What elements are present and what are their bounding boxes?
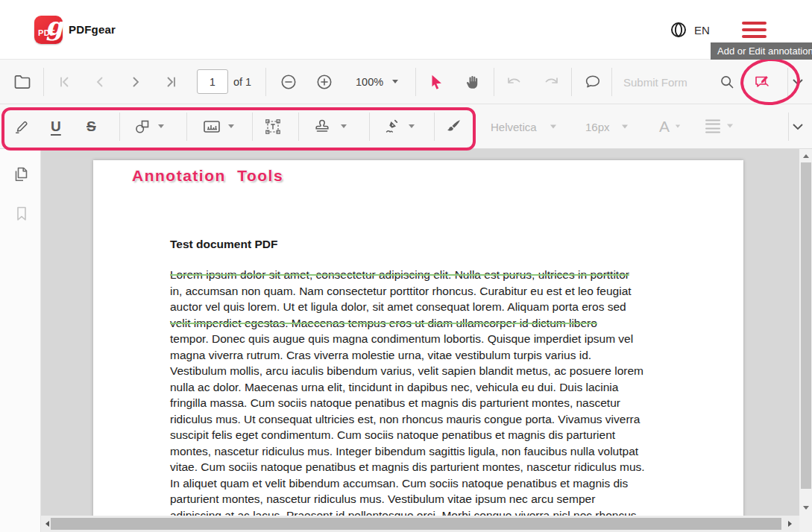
edit-annotation-icon — [753, 73, 771, 91]
zoom-in-icon — [315, 73, 333, 91]
chevron-down-icon — [158, 124, 164, 128]
formatbar-collapse-button[interactable] — [792, 123, 804, 130]
pdfgear-window: PDF g PDFgear EN Add or Edit annotations — [0, 0, 812, 532]
next-page-button[interactable] — [128, 75, 143, 89]
folder-icon — [13, 74, 31, 90]
strikethrough-annotation-button[interactable]: S — [86, 118, 96, 135]
signature-pen-icon — [382, 118, 400, 136]
app-title: PDFgear — [69, 23, 116, 36]
document-line: suscipit felis eget condimentum. Cum soc… — [170, 427, 692, 443]
font-size-value: 16px — [585, 120, 610, 133]
scrollbar-corner — [799, 516, 812, 532]
divider — [298, 113, 299, 141]
divider — [186, 113, 187, 141]
horizontal-scrollbar-thumb[interactable] — [51, 518, 781, 530]
signature-tool-button[interactable] — [382, 118, 415, 136]
page-thumbnails-button[interactable] — [13, 165, 29, 183]
redo-icon — [542, 75, 560, 89]
brush-tool-button[interactable] — [444, 118, 462, 136]
search-button[interactable] — [719, 74, 735, 90]
document-line: Lorem ipsum dolor sit amet, consectetur … — [170, 267, 692, 283]
open-file-button[interactable] — [13, 74, 31, 90]
image-tool-button[interactable] — [202, 118, 234, 135]
document-viewport: Annotation Tools Test document PDF Lorem… — [41, 149, 799, 516]
submit-form-button[interactable]: Submit Form — [623, 75, 687, 88]
undo-button[interactable] — [506, 75, 523, 89]
font-color-icon: A — [659, 118, 670, 136]
page-number-input[interactable] — [197, 69, 228, 94]
scroll-up-button[interactable] — [799, 151, 812, 161]
divider — [369, 113, 370, 141]
zoom-out-button[interactable] — [280, 73, 298, 91]
chevron-down-icon — [727, 124, 733, 128]
last-page-button[interactable] — [164, 75, 179, 89]
vertical-scrollbar — [799, 149, 812, 516]
document-line: auctor vel quis lorem. Ut et ligula dolo… — [170, 299, 692, 315]
shapes-icon — [133, 118, 151, 136]
comment-bubble-icon — [584, 73, 602, 91]
divider — [571, 68, 572, 96]
shapes-tool-button[interactable] — [133, 118, 164, 136]
chevron-down-icon — [792, 78, 804, 86]
chevron-down-icon — [550, 124, 556, 128]
pen-icon — [13, 118, 30, 135]
font-family-dropdown[interactable]: Helvetica — [491, 120, 556, 133]
document-line: adipiscing at ac lacus. Praesent id pell… — [170, 507, 692, 516]
underline-annotation-button[interactable]: U — [51, 118, 61, 135]
text-box-icon — [264, 118, 282, 136]
language-selector[interactable]: EN — [694, 24, 710, 37]
triangle-right-icon — [788, 521, 792, 527]
comment-tool-button[interactable] — [584, 73, 602, 91]
left-sidebar — [0, 149, 41, 532]
undo-icon — [506, 75, 523, 89]
previous-page-button[interactable] — [92, 75, 107, 89]
hand-tool-button[interactable] — [465, 74, 481, 90]
document-line: ridiculus mus. Ut consequat ultricies es… — [170, 411, 692, 428]
font-size-dropdown[interactable]: 16px — [585, 120, 628, 133]
pdfgear-logo: PDF g — [34, 16, 63, 44]
vertical-scrollbar-thumb[interactable] — [801, 162, 811, 489]
zoom-level-dropdown[interactable]: 100% — [356, 76, 398, 88]
chevron-down-icon — [341, 124, 347, 128]
pen-annotation-button[interactable] — [13, 118, 30, 135]
document-heading: Test document PDF — [170, 238, 277, 251]
scroll-right-button[interactable] — [785, 516, 794, 532]
last-page-icon — [164, 75, 179, 89]
select-tool-button[interactable] — [428, 74, 444, 90]
text-box-tool-button[interactable] — [264, 118, 282, 136]
chevron-right-icon — [128, 75, 143, 89]
bookmarks-button[interactable] — [14, 205, 29, 223]
annotation-mode-button[interactable] — [753, 73, 771, 91]
stamp-icon — [313, 118, 331, 136]
document-line: vitae. Cum sociis natoque penatibus et m… — [170, 459, 692, 475]
main-menu-button[interactable] — [742, 22, 767, 38]
divider — [494, 68, 494, 96]
redo-button[interactable] — [542, 75, 560, 89]
text-align-dropdown[interactable] — [705, 119, 733, 133]
document-line: velit imperdiet egestas. Maecenas tempus… — [170, 315, 692, 332]
triangle-up-icon — [803, 154, 809, 158]
divider — [788, 113, 789, 141]
triangle-left-icon — [45, 521, 49, 527]
divider — [415, 68, 416, 96]
chevron-down-icon — [676, 125, 680, 128]
divider — [787, 68, 788, 96]
triangle-down-icon — [803, 506, 809, 510]
document-line: tempor. Donec quis augue quis magna cond… — [170, 331, 692, 347]
strikethrough-icon: S — [86, 118, 96, 135]
stamp-tool-button[interactable] — [313, 118, 347, 136]
font-color-dropdown[interactable]: A — [659, 118, 681, 136]
divider — [611, 68, 612, 96]
toolbar-collapse-button[interactable] — [792, 78, 804, 86]
zoom-in-button[interactable] — [315, 73, 333, 91]
document-line: magna viverra rutrum. Cras viverra moles… — [170, 347, 692, 364]
zoom-level-value: 100% — [356, 76, 383, 88]
align-lines-icon — [705, 119, 720, 133]
app-header: PDF g PDFgear EN — [0, 0, 812, 60]
chevron-down-icon — [792, 123, 804, 130]
scroll-down-button[interactable] — [799, 502, 812, 513]
first-page-button[interactable] — [57, 75, 72, 89]
document-line: in, accumsan non quam. Nam consectetur p… — [170, 283, 692, 300]
language-globe-icon[interactable] — [670, 21, 687, 39]
zoom-out-icon — [280, 73, 298, 91]
